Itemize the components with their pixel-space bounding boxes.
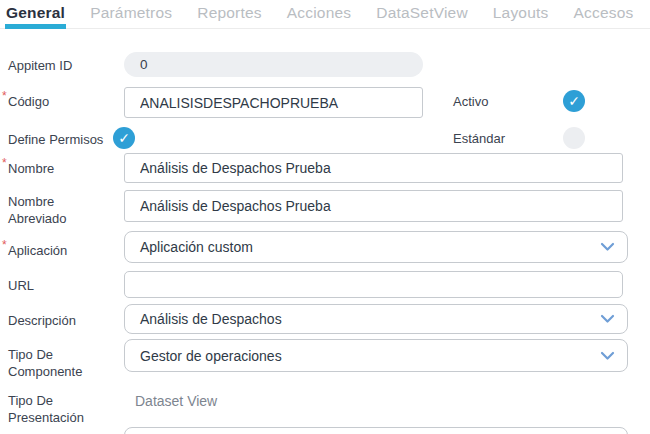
aplicacion-selected-value: Aplicación custom [140,239,253,255]
tab-parametros[interactable]: Parámetros [89,0,173,29]
activo-checkbox[interactable]: ✓ [563,90,585,112]
chevron-down-icon [600,351,615,361]
required-asterisk: * [2,89,7,105]
nombre-abreviado-label: Nombre Abreviado [8,193,88,228]
appitem-id-label: Appitem ID [8,57,114,74]
chevron-down-icon [600,314,615,324]
check-icon: ✓ [568,93,580,109]
codigo-label: * Código [8,93,114,110]
descripcion-label: Descripción [8,312,114,329]
aplicacion-label: * Aplicación [8,242,114,259]
nombre-input[interactable] [124,153,623,183]
descripcion-selected-value: Análisis de Despachos [140,311,282,327]
tipo-de-presentacion-label: Tipo De Presentación [8,392,98,427]
estandar-checkbox[interactable] [563,127,585,149]
tab-accesos[interactable]: Accesos [572,0,634,29]
activo-label: Activo [453,94,488,109]
codigo-input[interactable] [124,87,423,118]
define-permisos-label: Define Permisos [8,131,114,148]
url-label: URL [8,277,114,294]
next-field-partial[interactable] [124,427,628,434]
required-asterisk: * [2,156,7,172]
tab-acciones[interactable]: Acciones [286,0,353,29]
url-input[interactable] [124,271,623,298]
appitem-id-value: 0 [140,57,148,72]
tab-general[interactable]: General [5,0,66,29]
tipo-de-presentacion-value: Dataset View [135,393,217,409]
tab-reportes[interactable]: Reportes [196,0,263,29]
tipo-de-componente-label: Tipo De Componente [8,346,88,381]
nombre-label: * Nombre [8,160,114,177]
tab-datasetview[interactable]: DataSetView [375,0,469,29]
tab-layouts[interactable]: Layouts [492,0,550,29]
check-icon: ✓ [118,130,130,146]
descripcion-select[interactable]: Análisis de Despachos [124,304,628,334]
tipo-de-componente-select[interactable]: Gestor de operaciones [124,339,628,372]
app-item-form: General Parámetros Reportes Acciones Dat… [0,0,650,434]
estandar-label: Estándar [453,131,505,146]
tab-bar: General Parámetros Reportes Acciones Dat… [0,0,650,29]
chevron-down-icon [600,242,615,252]
nombre-abreviado-input[interactable] [124,190,623,222]
required-asterisk: * [2,238,7,254]
tipo-de-componente-selected-value: Gestor de operaciones [140,348,282,364]
aplicacion-select[interactable]: Aplicación custom [124,231,628,263]
define-permisos-checkbox[interactable]: ✓ [113,127,135,149]
appitem-id-field: 0 [124,52,423,77]
